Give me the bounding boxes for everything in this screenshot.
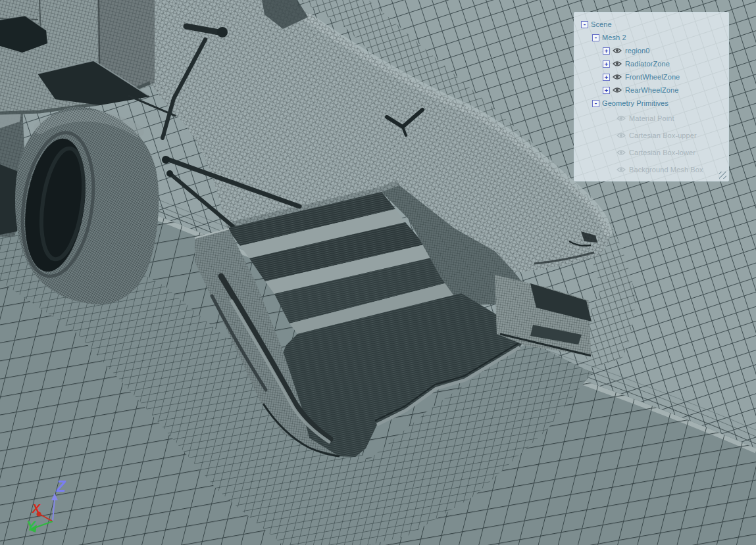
visibility-eye-icon[interactable] (613, 47, 622, 54)
tree-item-geometry-primitives[interactable]: - Geometry Primitives (574, 97, 728, 110)
tree-item-label[interactable]: Cartesian Box-lower (629, 149, 695, 156)
tree-item-region0[interactable]: + region0 (574, 44, 728, 57)
tree-item-label[interactable]: RadiatorZone (625, 60, 670, 68)
tree-item-label[interactable]: region0 (625, 47, 649, 55)
axis-x-label: X (32, 502, 41, 515)
visibility-eye-icon[interactable] (613, 60, 622, 67)
visibility-eye-icon-off[interactable] (617, 149, 626, 156)
expand-icon[interactable]: + (603, 47, 610, 55)
axis-z-label: Z (56, 478, 66, 495)
tree-item-label[interactable]: Geometry Primitives (602, 99, 668, 107)
visibility-eye-icon[interactable] (613, 87, 622, 93)
tree-item-cartesian-box-upper[interactable]: Cartesian Box-upper (574, 127, 728, 144)
tree-item-label[interactable]: Background Mesh Box (629, 166, 703, 174)
tree-item-background-mesh-box[interactable]: Background Mesh Box (574, 161, 728, 178)
front-wheel[interactable] (14, 107, 159, 304)
visibility-eye-icon-off[interactable] (617, 132, 626, 139)
tree-item-cartesian-box-lower[interactable]: Cartesian Box-lower (574, 144, 728, 161)
tree-item-label[interactable]: Mesh 2 (602, 34, 626, 41)
tree-item-label[interactable]: Material Point (629, 114, 674, 122)
tree-item-label[interactable]: FrontWheelZone (625, 73, 680, 81)
visibility-eye-icon[interactable] (613, 74, 622, 80)
tree-item-scene[interactable]: - Scene (574, 18, 728, 31)
expand-icon[interactable]: + (603, 74, 610, 81)
expand-icon[interactable]: + (603, 60, 610, 68)
tree-item-material-point[interactable]: Material Point (574, 110, 728, 127)
tree-item-mesh-2[interactable]: - Mesh 2 (574, 31, 728, 44)
tree-item-frontwheelzone[interactable]: + FrontWheelZone (574, 70, 728, 83)
scene-tree-panel: - Scene - Mesh 2 + region0 + RadiatorZon… (574, 12, 729, 181)
tree-item-radiatorzone[interactable]: + RadiatorZone (574, 57, 728, 70)
mesh-viewer-app: Z X Y - Scene - Mesh 2 + region0 + Radia… (0, 0, 756, 545)
panel-resize-handle[interactable] (719, 172, 726, 179)
collapse-icon[interactable]: - (581, 21, 588, 28)
axis-y-label: Y (26, 519, 36, 533)
tree-item-rearwheelzone[interactable]: + RearWheelZone (574, 83, 728, 97)
collapse-icon[interactable]: - (592, 34, 599, 41)
visibility-eye-icon-off[interactable] (617, 166, 626, 173)
tree-item-label[interactable]: RearWheelZone (625, 86, 678, 94)
tree-item-label[interactable]: Scene (591, 20, 612, 28)
visibility-eye-icon-off[interactable] (617, 115, 626, 122)
expand-icon[interactable]: + (603, 87, 610, 94)
tree-item-label[interactable]: Cartesian Box-upper (629, 131, 697, 139)
collapse-icon[interactable]: - (592, 100, 599, 107)
